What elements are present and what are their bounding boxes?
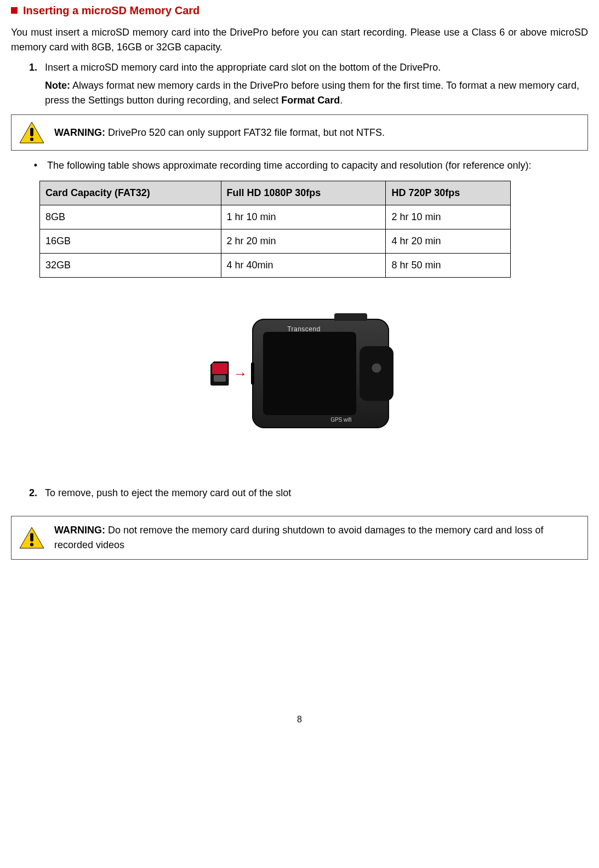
svg-point-2 (30, 137, 33, 141)
table-header-row: Card Capacity (FAT32) Full HD 1080P 30fp… (40, 181, 511, 205)
th-720p: HD 720P 30fps (386, 181, 511, 205)
cell: 2 hr 10 min (386, 205, 511, 229)
cell: 8 hr 50 min (386, 254, 511, 278)
table-row: 32GB 4 hr 40min 8 hr 50 min (40, 254, 511, 278)
warning-1-label: WARNING: (54, 127, 105, 138)
svg-rect-4 (30, 533, 33, 541)
arrow-right-icon: → (233, 363, 248, 384)
note-label: Note: (45, 80, 70, 91)
page-number: 8 (11, 713, 588, 726)
svg-point-5 (30, 543, 33, 546)
th-1080p: Full HD 1080P 30fps (221, 181, 386, 205)
device-figure: → Transcend GPS wifi (11, 311, 588, 436)
device-mount-icon (334, 313, 367, 321)
cell: 8GB (40, 205, 221, 229)
device-badge-label: GPS wifi (330, 416, 351, 424)
cell: 4 hr 20 min (386, 229, 511, 254)
th-capacity: Card Capacity (FAT32) (40, 181, 221, 205)
microsd-card-icon (210, 361, 229, 386)
table-row: 16GB 2 hr 20 min 4 hr 20 min (40, 229, 511, 254)
table-row: 8GB 1 hr 10 min 2 hr 10 min (40, 205, 511, 229)
section-heading-row: Inserting a microSD Memory Card (11, 2, 588, 19)
warning-box-1: WARNING: DrivePro 520 can only support F… (11, 114, 588, 151)
warning-icon (19, 122, 44, 143)
warning-2-body: Do not remove the memory card during shu… (54, 525, 543, 550)
svg-rect-1 (30, 128, 33, 136)
section-heading: Inserting a microSD Memory Card (23, 2, 199, 19)
section-bullet-icon (11, 7, 18, 14)
note-format-card: Format Card (281, 95, 340, 106)
step-1-number: 1. (11, 60, 39, 108)
step-2: 2. To remove, push to eject the memory c… (11, 486, 588, 501)
warning-1-text: WARNING: DrivePro 520 can only support F… (54, 125, 580, 140)
step-2-text: To remove, push to eject the memory card… (45, 486, 588, 501)
step-1: 1. Insert a microSD memory card into the… (11, 60, 588, 108)
recording-time-table: Card Capacity (FAT32) Full HD 1080P 30fp… (39, 181, 511, 278)
cell: 2 hr 20 min (221, 229, 386, 254)
warning-1-body: DrivePro 520 can only support FAT32 file… (105, 127, 385, 138)
warning-icon (19, 527, 44, 549)
step-1-note: Note: Always format new memory cards in … (45, 78, 588, 108)
cell: 32GB (40, 254, 221, 278)
bullet-text: The following table shows approximate re… (47, 158, 588, 173)
bullet-item: • The following table shows approximate … (11, 158, 588, 173)
warning-2-text: WARNING: Do not remove the memory card d… (54, 523, 580, 553)
warning-box-2: WARNING: Do not remove the memory card d… (11, 516, 588, 560)
intro-paragraph: You must insert a microSD memory card in… (11, 25, 588, 55)
device-lens-icon (360, 346, 393, 401)
microsd-label-icon (212, 363, 227, 374)
bullet-dot-icon: • (11, 158, 39, 173)
device-screen-icon (263, 332, 356, 415)
step-1-text: Insert a microSD memory card into the ap… (45, 60, 588, 75)
warning-2-label: WARNING: (54, 525, 105, 536)
device-card-slot-icon (251, 363, 254, 384)
drivepro-device-icon: Transcend GPS wifi (252, 319, 389, 428)
cell: 16GB (40, 229, 221, 254)
step-2-number: 2. (11, 486, 39, 501)
note-period: . (340, 95, 343, 106)
cell: 4 hr 40min (221, 254, 386, 278)
cell: 1 hr 10 min (221, 205, 386, 229)
